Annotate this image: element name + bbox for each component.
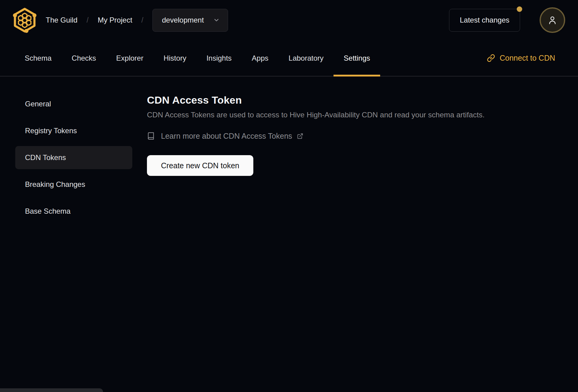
sidebar-item-breaking-changes[interactable]: Breaking Changes	[15, 173, 132, 196]
learn-more-label: Learn more about CDN Access Tokens	[161, 132, 292, 141]
primary-tabbar: Schema Checks Explorer History Insights …	[0, 40, 578, 77]
cdn-token-panel: CDN Access Token CDN Access Tokens are u…	[133, 77, 578, 392]
sidebar-item-registry-tokens[interactable]: Registry Tokens	[15, 119, 132, 142]
hive-logo-icon[interactable]	[12, 7, 37, 33]
chevron-down-icon	[213, 17, 220, 23]
sidebar-item-general[interactable]: General	[15, 92, 132, 116]
tab-schema[interactable]: Schema	[25, 40, 52, 76]
connect-to-cdn-label: Connect to CDN	[500, 54, 555, 62]
breadcrumb-project[interactable]: My Project	[98, 16, 132, 24]
notification-dot	[517, 6, 522, 12]
settings-sidebar: General Registry Tokens CDN Tokens Break…	[0, 77, 133, 392]
tab-checks[interactable]: Checks	[72, 40, 96, 76]
tab-insights[interactable]: Insights	[206, 40, 232, 76]
latest-changes-button[interactable]: Latest changes	[449, 9, 520, 32]
target-selector-dropdown[interactable]: development	[152, 9, 228, 32]
tab-settings[interactable]: Settings	[344, 40, 370, 76]
breadcrumb-separator: /	[87, 16, 88, 24]
breadcrumb: The Guild / My Project / development	[46, 9, 228, 32]
target-selector-value: development	[162, 16, 204, 24]
link-icon	[487, 54, 495, 62]
tab-laboratory[interactable]: Laboratory	[289, 40, 324, 76]
learn-more-link[interactable]: Learn more about CDN Access Tokens	[147, 131, 303, 141]
tab-history[interactable]: History	[163, 40, 186, 76]
external-link-icon	[297, 133, 303, 139]
user-icon	[547, 15, 558, 25]
breadcrumb-org[interactable]: The Guild	[46, 16, 77, 24]
breadcrumb-separator: /	[141, 16, 143, 24]
settings-content: General Registry Tokens CDN Tokens Break…	[0, 77, 578, 392]
create-cdn-token-button[interactable]: Create new CDN token	[147, 155, 253, 176]
header-actions: Latest changes	[449, 7, 565, 33]
app-header: The Guild / My Project / development Lat…	[0, 0, 578, 40]
tab-apps[interactable]: Apps	[252, 40, 269, 76]
bottom-widget-partial[interactable]	[0, 388, 103, 392]
latest-changes-label: Latest changes	[460, 16, 509, 24]
connect-to-cdn-link[interactable]: Connect to CDN	[487, 54, 555, 62]
page-title: CDN Access Token	[147, 94, 560, 106]
page-description: CDN Access Tokens are used to access to …	[147, 111, 560, 119]
user-avatar-button[interactable]	[540, 7, 565, 33]
sidebar-item-base-schema[interactable]: Base Schema	[15, 200, 132, 223]
sidebar-item-cdn-tokens[interactable]: CDN Tokens	[15, 146, 132, 169]
book-icon	[147, 131, 155, 141]
tab-explorer[interactable]: Explorer	[116, 40, 143, 76]
